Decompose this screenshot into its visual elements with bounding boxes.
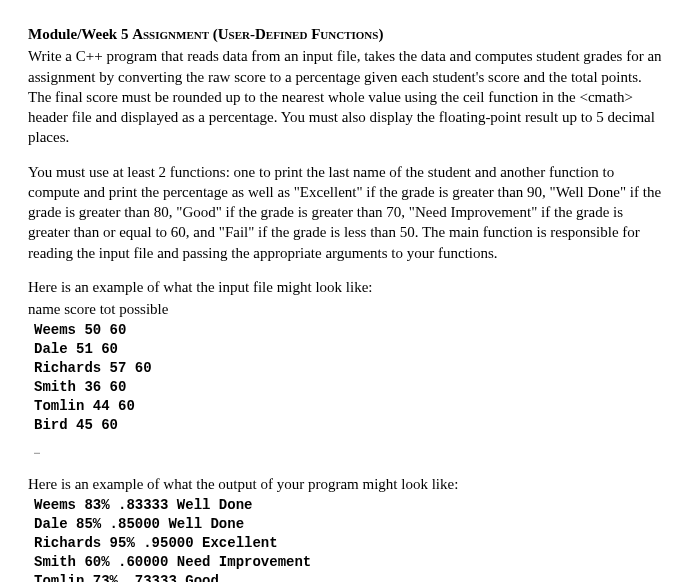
- heading-paren-close: ): [378, 26, 383, 42]
- heading-assignment: Assignment: [132, 26, 209, 42]
- assignment-heading: Module/Week 5 Assignment (User-Defined F…: [28, 24, 666, 44]
- ellipsis-marker: …: [34, 445, 666, 459]
- input-intro-line: Here is an example of what the input fil…: [28, 277, 666, 297]
- paragraph-2: You must use at least 2 functions: one t…: [28, 162, 666, 263]
- output-sample: Weems 83% .83333 Well Done Dale 85% .850…: [34, 496, 666, 582]
- heading-prefix: Module/Week 5: [28, 26, 132, 42]
- paragraph-1: Write a C++ program that reads data from…: [28, 46, 666, 147]
- output-intro-line: Here is an example of what the output of…: [28, 474, 666, 494]
- input-file-sample: Weems 50 60 Dale 51 60 Richards 57 60 Sm…: [34, 321, 666, 434]
- heading-paren-open: (: [209, 26, 218, 42]
- input-header-line: name score tot possible: [28, 299, 666, 319]
- heading-subtitle: User-Defined Functions: [218, 26, 379, 42]
